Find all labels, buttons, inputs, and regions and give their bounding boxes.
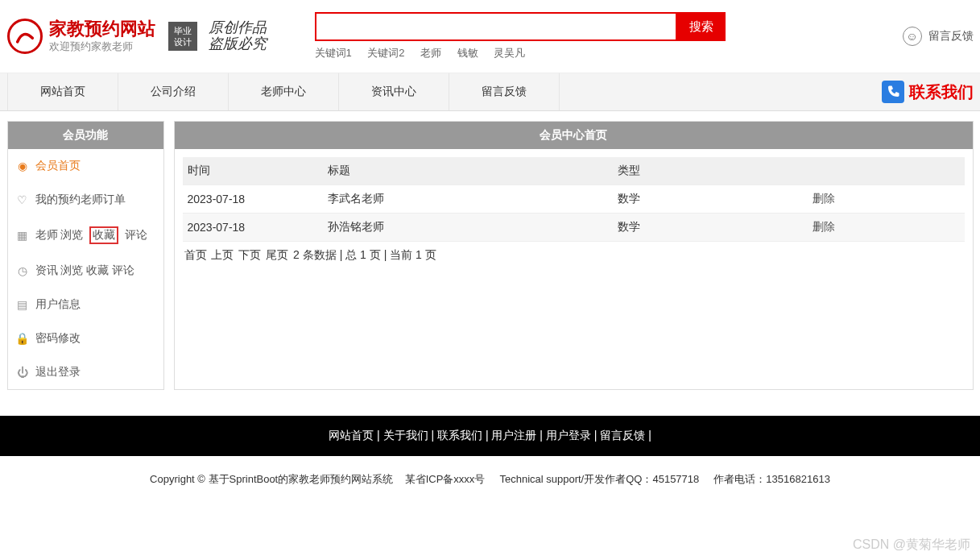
- col-type: 类型: [613, 157, 808, 185]
- clock-icon: ◷: [16, 264, 29, 277]
- keyword-link[interactable]: 钱敏: [457, 47, 478, 59]
- search-button[interactable]: 搜索: [677, 12, 726, 41]
- doc-icon: ▤: [16, 298, 29, 311]
- footer-link[interactable]: 留言反馈: [600, 429, 645, 442]
- home-icon: ◉: [16, 160, 29, 172]
- keyword-link[interactable]: 灵吴凡: [494, 47, 525, 59]
- pager-prev[interactable]: 上页: [211, 248, 234, 261]
- sidebar-news-browse[interactable]: ◷ 资讯 浏览 收藏 评论: [8, 254, 163, 288]
- lock-icon: 🔒: [16, 332, 29, 345]
- footer-nav: 网站首页 | 关于我们 | 联系我们 | 用户注册 | 用户登录 | 留言反馈 …: [0, 416, 980, 456]
- search-input[interactable]: [315, 12, 677, 41]
- nav-company[interactable]: 公司介绍: [118, 73, 229, 110]
- calligraphy-text: 原创作品 盗版必究: [209, 20, 267, 52]
- pager-last[interactable]: 尾页: [266, 248, 288, 261]
- footer-link[interactable]: 用户登录: [546, 429, 591, 442]
- sidebar-my-orders[interactable]: ♡ 我的预约老师订单: [8, 183, 163, 217]
- footer-link[interactable]: 联系我们: [437, 429, 482, 442]
- sidebar-member-home[interactable]: ◉ 会员首页: [8, 149, 163, 183]
- main-nav: 网站首页 公司介绍 老师中心 资讯中心 留言反馈 联系我们: [0, 73, 980, 111]
- sidebar-logout[interactable]: ⏻ 退出登录: [8, 355, 163, 389]
- sidebar-title: 会员功能: [8, 122, 163, 149]
- delete-link[interactable]: 删除: [813, 192, 835, 205]
- headset-icon: ☺: [903, 27, 922, 46]
- pager-next[interactable]: 下页: [238, 248, 261, 261]
- pager-first[interactable]: 首页: [184, 248, 207, 261]
- logo-area: 家教预约网站 欢迎预约家教老师 毕业 设计 原创作品 盗版必究: [7, 19, 267, 54]
- site-subtitle: 欢迎预约家教老师: [49, 39, 155, 54]
- keyword-link[interactable]: 关键词1: [315, 47, 352, 59]
- data-table: 时间 标题 类型 2023-07-18 李武名老师 数学 删除 2023-07-…: [183, 157, 965, 242]
- sidebar-password[interactable]: 🔒 密码修改: [8, 321, 163, 355]
- keywords-row: 关键词1 关键词2 老师 钱敏 灵吴凡: [315, 46, 726, 60]
- badge-graduation: 毕业 设计: [168, 22, 197, 51]
- highlight-favorite: 收藏: [89, 226, 118, 244]
- site-title: 家教预约网站: [49, 19, 155, 39]
- footer-link[interactable]: 用户注册: [491, 429, 536, 442]
- nav-teachers[interactable]: 老师中心: [229, 73, 339, 110]
- keyword-link[interactable]: 关键词2: [367, 47, 404, 59]
- search-area: 搜索 关键词1 关键词2 老师 钱敏 灵吴凡: [315, 12, 726, 60]
- phone-icon: [882, 81, 904, 103]
- grid-icon: ▦: [16, 229, 29, 242]
- delete-link[interactable]: 删除: [813, 220, 835, 233]
- footer-link[interactable]: 网站首页: [329, 429, 374, 442]
- col-title: 标题: [323, 157, 612, 185]
- content-title: 会员中心首页: [175, 122, 973, 149]
- header: 家教预约网站 欢迎预约家教老师 毕业 设计 原创作品 盗版必究 搜索 关键词1 …: [7, 0, 974, 64]
- nav-feedback[interactable]: 留言反馈: [449, 73, 560, 110]
- pagination: 首页 上页 下页 尾页 2 条数据 | 总 1 页 | 当前 1 页: [183, 242, 965, 269]
- nav-news[interactable]: 资讯中心: [339, 73, 449, 110]
- footer-copyright: Copyright © 基于SprintBoot的家教老师预约网站系统 某省IC…: [0, 456, 980, 503]
- feedback-button[interactable]: ☺ 留言反馈: [903, 27, 974, 46]
- footer-link[interactable]: 关于我们: [383, 429, 428, 442]
- content-panel: 会员中心首页 时间 标题 类型 2023-07-18 李武名老师 数学: [174, 121, 974, 390]
- col-time: 时间: [183, 157, 324, 185]
- table-row: 2023-07-18 孙浩铭老师 数学 删除: [183, 214, 965, 242]
- sidebar: 会员功能 ◉ 会员首页 ♡ 我的预约老师订单 ▦ 老师 浏览 收藏 评论 ◷ 资…: [7, 121, 164, 390]
- sidebar-teacher-browse[interactable]: ▦ 老师 浏览 收藏 评论: [8, 217, 163, 254]
- heart-icon: ♡: [16, 193, 29, 206]
- nav-home[interactable]: 网站首页: [7, 73, 118, 110]
- contact-us-button[interactable]: 联系我们: [882, 81, 974, 103]
- keyword-link[interactable]: 老师: [420, 47, 441, 59]
- sidebar-user-info[interactable]: ▤ 用户信息: [8, 288, 163, 321]
- col-action: [808, 157, 964, 185]
- logo-icon: [7, 19, 43, 54]
- power-icon: ⏻: [16, 366, 29, 379]
- table-row: 2023-07-18 李武名老师 数学 删除: [183, 185, 965, 214]
